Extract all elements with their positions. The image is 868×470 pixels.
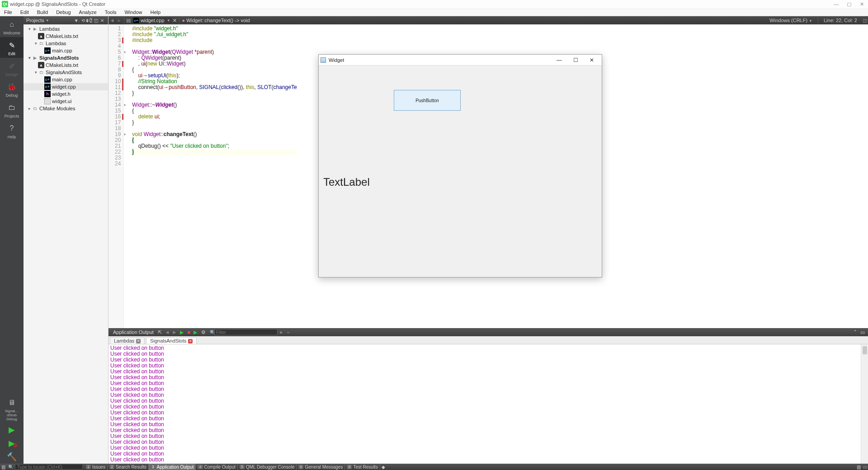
ui-icon [44, 98, 51, 104]
window-minimize[interactable]: — [830, 1, 843, 7]
output-panel: Application Output ⇱ ◄ ► ▶ ■ ▶. ⚙ 🔍 ＋ － … [108, 328, 868, 464]
cmake-icon: ▲ [38, 33, 44, 39]
mode-edit[interactable]: ✎Edit [0, 37, 24, 58]
tree-node[interactable]: ▲CMakeLists.txt [24, 33, 108, 40]
proj-icon: ▶ [32, 55, 38, 61]
tree-node[interactable]: c+widget.cpp [24, 83, 108, 90]
close-doc-icon[interactable]: ✕ [172, 18, 178, 24]
edit-icon: ✎ [6, 40, 17, 51]
push-button[interactable]: PushButton [394, 90, 461, 111]
doc-list-icon[interactable]: ▤ [125, 18, 132, 24]
locator-input[interactable] [15, 464, 83, 470]
remove-icon[interactable]: － [285, 329, 292, 336]
run-button[interactable]: ▶ [5, 425, 18, 435]
menu-help[interactable]: Help [146, 9, 165, 15]
app-close[interactable]: ✕ [584, 57, 600, 63]
project-tree[interactable]: ▾▶Lambdas▲CMakeLists.txt▾🗀Lambdasc+main.… [24, 24, 108, 113]
app-minimize[interactable]: — [551, 57, 567, 63]
window-title: widget.cpp @ SignalsAndSlots - Qt Creato… [10, 1, 105, 7]
mode-help[interactable]: ?Help [0, 120, 24, 141]
tree-node[interactable]: widget.ui [24, 98, 108, 105]
add-icon[interactable]: ＋ [278, 329, 285, 336]
window-close[interactable]: ✕ [855, 1, 868, 7]
pane-application-output[interactable]: 3Application Output [149, 464, 196, 470]
tree-node[interactable]: ▲CMakeLists.txt [24, 61, 108, 69]
close-tab-icon[interactable]: × [136, 339, 141, 343]
file-selector[interactable]: c+ widget.cpp ▼ [132, 18, 172, 23]
toggle-sidebar-icon[interactable]: ▥ [0, 465, 6, 470]
menu-file[interactable]: File [0, 9, 16, 15]
running-app-window[interactable]: Widget — ☐ ✕ PushButton TextLabel [318, 54, 602, 277]
debug-run-button[interactable]: ▶🐞 [5, 438, 18, 448]
code-content[interactable]: #include "widget.h"#include "./ui_widget… [124, 24, 297, 328]
mode-projects[interactable]: 🗀Projects [0, 99, 24, 120]
output-tabs: Lambdas×SignalsAndSlots× [108, 336, 868, 344]
help-icon: ? [6, 123, 17, 134]
menu-build[interactable]: Build [33, 9, 52, 15]
tree-label: CMake Modules [39, 106, 75, 111]
pane-qml-debugger-console[interactable]: 5QML Debugger Console [238, 464, 297, 470]
cursor-position[interactable]: Line: 22, Col: 2 [819, 18, 862, 23]
line-gutter[interactable]: 123456789101112131415161718192021222324 [108, 24, 124, 328]
menu-analyze[interactable]: Analyze [75, 9, 101, 15]
panes-menu-icon[interactable]: ◆ [380, 465, 387, 470]
output-content[interactable]: User clicked on buttonUser clicked on bu… [108, 344, 868, 464]
tree-node[interactable]: c+main.cpp [24, 47, 108, 54]
tree-label: main.cpp [52, 77, 72, 82]
tree-node[interactable]: ▾🗀Lambdas [24, 40, 108, 47]
search-icon: 🔍 [8, 465, 14, 470]
tree-node[interactable]: ▸🗀CMake Modules [24, 105, 108, 112]
toggle-right-icon[interactable]: ▥ [855, 465, 862, 470]
tree-node[interactable]: hwidget.h [24, 90, 108, 98]
output-tab[interactable]: SignalsAndSlots× [146, 337, 197, 344]
cpp-icon: c+ [44, 47, 51, 54]
sync-icon[interactable]: ⟲ [80, 18, 86, 23]
kit-selector[interactable]: 🖥 Signal…dSlotsDebug [0, 395, 24, 423]
monitor-icon: 🖥 [6, 397, 17, 408]
attach-icon[interactable]: ⇱ [156, 329, 164, 335]
menu-debug[interactable]: Debug [52, 9, 75, 15]
settings-icon[interactable]: ⚙ [200, 329, 207, 335]
menu-bar: FileEditBuildDebugAnalyzeToolsWindowHelp [0, 8, 868, 16]
collapse-icon[interactable]: ▭ [859, 329, 866, 335]
tree-node[interactable]: ▾▶Lambdas [24, 25, 108, 33]
close-sidebar-icon[interactable]: ✕ [99, 18, 105, 23]
mode-debug[interactable]: 🐞Debug [0, 79, 24, 99]
window-maximize[interactable]: ▢ [843, 1, 855, 7]
cpp-icon: c+ [44, 76, 51, 83]
rerun-icon[interactable]: ▶ [178, 329, 185, 335]
tree-node[interactable]: c+main.cpp [24, 76, 108, 83]
pane-test-results[interactable]: 8Test Results [345, 464, 380, 470]
close-output-icon[interactable]: ▭ [862, 465, 868, 470]
pane-general-messages[interactable]: 6General Messages [297, 464, 345, 470]
app-maximize[interactable]: ☐ [567, 57, 584, 63]
split-editor-icon[interactable]: ◫ [862, 18, 868, 24]
method-icon: ● [182, 18, 185, 23]
output-tab[interactable]: Lambdas× [110, 337, 145, 344]
pane-search-results[interactable]: 2Search Results [108, 464, 149, 470]
nav-back-icon[interactable]: ◄ [108, 18, 116, 23]
tree-node[interactable]: ▾▶SignalsAndSlots [24, 54, 108, 61]
pane-compile-output[interactable]: 4Compile Output [196, 464, 238, 470]
expand-icon[interactable]: ˄ [852, 329, 859, 335]
mode-welcome[interactable]: ⌂Welcome [0, 16, 24, 37]
output-filter-input[interactable] [214, 329, 278, 335]
tree-node[interactable]: ▾🗀SignalsAndSlots [24, 69, 108, 76]
split-icon[interactable]: ◫ [93, 18, 99, 23]
build-button[interactable]: 🔨 [5, 452, 18, 462]
menu-edit[interactable]: Edit [16, 9, 33, 15]
chevron-down-icon[interactable]: ▼ [46, 19, 49, 23]
app-titlebar[interactable]: Widget — ☐ ✕ [319, 55, 602, 66]
symbol-selector[interactable]: ● Widget::changeText() -> void [180, 18, 257, 23]
link-icon[interactable]: �తై [86, 18, 93, 23]
stop-icon[interactable]: ■ [185, 329, 193, 335]
output-scrollbar[interactable] [861, 344, 868, 464]
encoding-selector[interactable]: Windows (CRLF)▼ [765, 18, 817, 23]
projects-sidebar: Projects ▼ ▼. ⟲ �తై ◫ ✕ ▾▶Lambdas▲CMakeL… [24, 16, 108, 464]
close-tab-icon[interactable]: × [188, 339, 193, 343]
pane-issues[interactable]: 1Issues [84, 464, 108, 470]
run-with-icon[interactable]: ▶. [193, 329, 200, 335]
filter-icon[interactable]: ▼. [74, 18, 80, 23]
menu-tools[interactable]: Tools [101, 9, 121, 15]
menu-window[interactable]: Window [120, 9, 146, 15]
